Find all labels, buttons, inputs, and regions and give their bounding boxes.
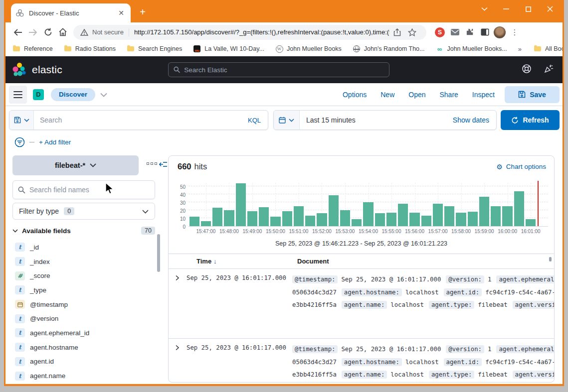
nav-link-options[interactable]: Options (343, 91, 367, 99)
field-type-t-icon: t (15, 328, 25, 337)
field-item[interactable]: t_type (15, 283, 155, 297)
address-bar[interactable]: Not secure http://172.105.7.150/app/disc… (73, 25, 426, 40)
field-settings-icon[interactable] (147, 162, 157, 165)
global-search[interactable] (168, 62, 389, 77)
bookmark-item[interactable]: Radio Stations (64, 45, 116, 52)
filter-by-type-select[interactable]: Filter by type 0 (12, 203, 155, 220)
add-filter-button[interactable]: + Add filter (39, 138, 71, 146)
profile-avatar[interactable] (492, 25, 507, 40)
histogram-plot[interactable] (189, 183, 548, 227)
window-chevron-icon[interactable] (473, 2, 495, 16)
breadcrumb-chevron-icon[interactable] (100, 90, 107, 99)
calendar-icon (279, 117, 286, 124)
nav-link-share[interactable]: Share (440, 91, 458, 99)
toolbar-extensions: S ⋮ (432, 25, 522, 40)
extensions-puzzle-icon[interactable] (462, 25, 477, 40)
sidebar-scrollbar[interactable] (157, 234, 160, 272)
tab-strip: Discover - Elastic ✕ + (4, 0, 564, 22)
index-pattern-selector[interactable]: filebeat-* (12, 155, 139, 175)
available-fields-header[interactable]: Available fields 70 (12, 227, 155, 235)
x-tick-label: 15:52:00 (312, 229, 332, 234)
window-close-icon[interactable] (539, 2, 561, 16)
filter-bar: + Add filter (14, 137, 71, 147)
histogram-bar (340, 210, 350, 226)
show-dates-button[interactable]: Show dates (453, 116, 496, 124)
filter-icon[interactable] (14, 137, 25, 147)
field-search[interactable] (12, 180, 155, 199)
wordpress-icon: W (275, 45, 283, 52)
tab-close-icon[interactable]: ✕ (117, 9, 126, 17)
bookmark-star-icon[interactable] (404, 25, 419, 40)
global-search-input[interactable] (184, 66, 384, 74)
bookmark-item[interactable]: Reference (12, 45, 53, 52)
y-tick-label: 10 (180, 216, 186, 222)
nav-link-inspect[interactable]: Inspect (472, 91, 495, 99)
field-item[interactable]: tagent.name (15, 369, 155, 383)
field-item[interactable]: t_id (15, 240, 155, 255)
breadcrumb[interactable]: Discover (51, 88, 95, 101)
menu-dots-icon[interactable]: ⋮ (507, 25, 522, 40)
nav-link-open[interactable]: Open (408, 91, 425, 99)
menu-hamburger-icon[interactable] (9, 86, 27, 104)
bookmark-item[interactable]: Search Engines (127, 45, 182, 52)
query-bar: KQL Last 15 minutes (5, 110, 563, 131)
expand-row-button[interactable] (175, 343, 187, 382)
browser-tab[interactable]: Discover - Elastic ✕ (11, 3, 131, 22)
save-button[interactable]: Save (505, 86, 560, 103)
forward-button[interactable] (25, 25, 40, 40)
window-minimize-icon[interactable] (495, 2, 517, 16)
bookmark-item[interactable]: WJohn Mueller Books (275, 45, 342, 52)
field-item[interactable]: tagent.id (15, 355, 155, 369)
bookmark-item[interactable]: wuLa Valle, WI 10-Day... (193, 45, 264, 52)
field-search-input[interactable] (29, 186, 150, 194)
field-item[interactable]: tagent.hostname (15, 340, 155, 355)
back-button[interactable] (10, 25, 25, 40)
bookmark-item[interactable]: John's Random Tho... (353, 45, 425, 52)
y-tick-label: 20 (180, 208, 186, 214)
home-button[interactable] (55, 25, 70, 40)
reload-button[interactable] (40, 25, 55, 40)
histogram-bar (468, 212, 478, 226)
refresh-button[interactable]: Refresh (501, 110, 560, 130)
window-maximize-icon[interactable] (517, 2, 539, 16)
time-column-header[interactable]: Time↓ (191, 258, 297, 265)
time-range-value[interactable]: Last 15 minutes (300, 116, 453, 124)
histogram-bar (363, 202, 373, 226)
v-gridline (206, 183, 206, 226)
newsfeed-icon[interactable] (544, 64, 554, 76)
field-value: 1 (488, 346, 491, 353)
field-item[interactable]: t_index (15, 255, 155, 269)
query-language-button[interactable]: KQL (241, 117, 268, 124)
help-icon[interactable] (522, 64, 532, 76)
bookmark-item[interactable]: ∞John Mueller Books... (435, 45, 507, 52)
side-panel-icon[interactable] (477, 25, 492, 40)
query-input[interactable] (34, 116, 241, 124)
new-tab-button[interactable]: + (137, 6, 149, 18)
expand-row-button[interactable] (175, 273, 187, 338)
x-tick-label: 16:00:00 (498, 229, 517, 234)
space-badge[interactable]: D (33, 89, 44, 100)
field-item[interactable]: tagent.ephemeral_id (15, 326, 155, 340)
field-pill: agent.type: (429, 371, 474, 379)
bookmarks-overflow-button[interactable]: » (518, 45, 522, 53)
elastic-logo[interactable]: elastic (12, 62, 62, 77)
histogram-bar (282, 211, 292, 226)
nav-link-new[interactable]: New (380, 91, 394, 99)
x-tick-label: 15:53:00 (336, 229, 355, 234)
chart-options-button[interactable]: ⚙ Chart options (496, 163, 546, 171)
table-scrollbar[interactable] (549, 257, 552, 261)
saved-query-menu[interactable] (9, 111, 34, 130)
x-tick-label: 15:54:00 (359, 229, 378, 234)
field-item[interactable]: #_score (15, 268, 155, 283)
share-icon[interactable] (389, 25, 404, 40)
y-tick-label: 40 (180, 192, 186, 198)
mail-extension-icon[interactable] (447, 25, 462, 40)
field-name: _score (30, 272, 50, 279)
date-quick-menu[interactable] (274, 111, 300, 130)
field-item[interactable]: t@version (15, 311, 155, 326)
collapse-sidebar-icon[interactable] (159, 161, 168, 170)
extension-s-icon[interactable]: S (432, 25, 447, 40)
field-item[interactable]: @timestamp (15, 297, 155, 312)
row-document: @timestamp:Sep 25, 2023 @ 16:01:17.000@v… (292, 343, 554, 382)
all-bookmarks-button[interactable]: All Bookmarks (534, 45, 563, 52)
